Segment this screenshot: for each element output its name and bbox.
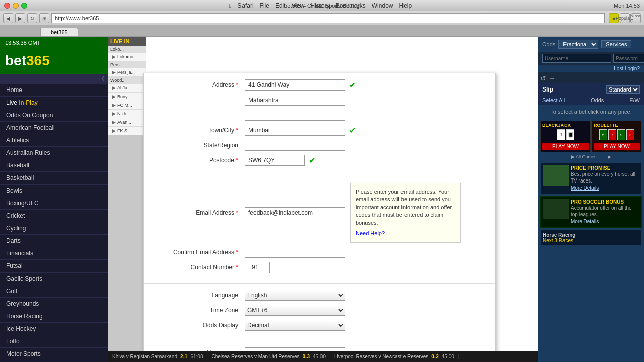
blackjack-play-button[interactable]: PLAY NOW bbox=[542, 143, 589, 150]
roulette-play-button[interactable]: PLAY NOW bbox=[594, 143, 640, 150]
menu-safari[interactable]: Safari bbox=[237, 2, 253, 9]
sidebar-item-home[interactable]: Home bbox=[0, 84, 108, 97]
state-label: State/Region bbox=[154, 142, 245, 149]
sidebar-item-motor-sports[interactable]: Motor Sports bbox=[0, 348, 108, 360]
menu-apple[interactable]:  bbox=[229, 2, 231, 9]
services-button[interactable]: Services bbox=[601, 40, 631, 48]
sidebar-item-boxing[interactable]: Boxing/UFC bbox=[0, 197, 108, 210]
window-title: bet365 – Online Sports Betting bbox=[284, 3, 360, 9]
live-match-1[interactable]: ▶ Lokomo... bbox=[108, 53, 146, 61]
minimize-btn[interactable] bbox=[13, 3, 19, 9]
bottom-match-1[interactable]: Khiva v Registan Samarkand 2-1 61:08 bbox=[108, 354, 207, 359]
url-bar[interactable] bbox=[51, 13, 605, 23]
match-name-6: Nizh... bbox=[117, 111, 130, 116]
menu-window[interactable]: Window bbox=[372, 2, 393, 9]
match-name-7: Avan... bbox=[117, 120, 131, 125]
odds-select[interactable]: Fractional Decimal bbox=[558, 40, 598, 49]
sidebar-item-cricket[interactable]: Cricket bbox=[0, 210, 108, 222]
sidebar-item-golf[interactable]: Golf bbox=[0, 285, 108, 298]
logo-365: 365 bbox=[26, 53, 50, 68]
all-games-link[interactable]: ▶ All Games ▶ bbox=[538, 154, 644, 159]
close-btn[interactable] bbox=[4, 3, 10, 9]
arrow-icon[interactable]: → bbox=[548, 74, 555, 82]
expand-icon-8: ▶ bbox=[112, 128, 116, 133]
sidebar-item-live-inplay[interactable]: Live In-Play bbox=[0, 97, 108, 109]
sidebar-item-basketball[interactable]: Basketball bbox=[0, 172, 108, 185]
state-input[interactable] bbox=[245, 140, 345, 151]
sidebar-item-australian-rules[interactable]: Australian Rules bbox=[0, 147, 108, 159]
email-input[interactable] bbox=[245, 207, 345, 218]
sidebar-item-odds-coupon[interactable]: Odds On Coupon bbox=[0, 109, 108, 122]
sidebar-item-american-football[interactable]: American Football bbox=[0, 122, 108, 134]
menu-help[interactable]: Help bbox=[399, 2, 412, 9]
sidebar-item-darts[interactable]: Darts bbox=[0, 235, 108, 247]
sidebar-item-ice-hockey[interactable]: Ice Hockey bbox=[0, 323, 108, 335]
sidebar-item-gaelic-sports[interactable]: Gaelic Sports bbox=[0, 273, 108, 285]
contact-number-input[interactable] bbox=[272, 262, 372, 273]
live-match-6[interactable]: ▶ Nizh... bbox=[108, 110, 146, 118]
expand-icon-7: ▶ bbox=[112, 120, 116, 125]
confirm-email-label-text: Confirm Email Address bbox=[173, 249, 234, 256]
language-select[interactable]: English bbox=[245, 290, 345, 301]
username-input[interactable] bbox=[542, 54, 611, 63]
horse-racing-label: Horse Racing bbox=[543, 232, 575, 238]
sidebar-item-greyhounds[interactable]: Greyhounds bbox=[0, 298, 108, 310]
sidebar-item-baseball[interactable]: Baseball bbox=[0, 159, 108, 172]
address2-input[interactable] bbox=[245, 95, 345, 106]
match-3-time: 45:00 bbox=[442, 354, 454, 359]
refresh-button[interactable]: ↻ bbox=[27, 13, 37, 23]
confirm-email-input[interactable] bbox=[245, 247, 345, 258]
contact-section: Email Address * Please enter your email … bbox=[144, 176, 495, 284]
live-match-5[interactable]: ▶ FC M... bbox=[108, 101, 146, 110]
home-button[interactable]: ⊞ bbox=[39, 13, 49, 23]
postcode-check-icon: ✔ bbox=[309, 156, 315, 165]
town-required: * bbox=[236, 127, 238, 134]
maximize-btn[interactable] bbox=[21, 3, 27, 9]
live-match-3[interactable]: ▶ Al Ja... bbox=[108, 84, 146, 93]
forward-button[interactable]: ▶ bbox=[15, 13, 25, 23]
price-promise-more-link[interactable]: More Details bbox=[571, 185, 599, 191]
bet-type-select[interactable]: Standard bbox=[606, 85, 640, 94]
postcode-input[interactable] bbox=[245, 155, 305, 166]
sidebar-item-lotto[interactable]: Lotto bbox=[0, 335, 108, 348]
town-label: Town/City * bbox=[154, 127, 245, 134]
live-match-2[interactable]: ▶ Persija... bbox=[108, 68, 146, 77]
browser-tab[interactable]: bet365 bbox=[40, 28, 78, 36]
popular-button[interactable]: Popular▾ bbox=[620, 13, 630, 23]
sidebar-item-bowls[interactable]: Bowls bbox=[0, 185, 108, 197]
bottom-match-2[interactable]: Chelsea Reserves v Man Utd Reserves 0-3 … bbox=[207, 354, 330, 359]
sidebar-item-athletics[interactable]: Athletics bbox=[0, 134, 108, 147]
back-button[interactable]: ◀ bbox=[3, 13, 13, 23]
select-all-link[interactable]: Select All bbox=[542, 97, 565, 103]
town-input[interactable] bbox=[245, 125, 345, 136]
email-label-text: Email Address bbox=[196, 209, 234, 216]
contact-country-code[interactable] bbox=[245, 262, 270, 273]
need-help-link[interactable]: Need Help? bbox=[356, 230, 455, 237]
password-input[interactable] bbox=[613, 54, 644, 63]
timezone-select[interactable]: GMT+6 bbox=[245, 305, 345, 316]
live-section-persi: Persi... bbox=[108, 61, 146, 68]
menu-file[interactable]: File bbox=[260, 2, 269, 9]
live-match-7[interactable]: ▶ Avan... bbox=[108, 118, 146, 127]
live-match-4[interactable]: ▶ Buny... bbox=[108, 93, 146, 101]
bottom-match-3[interactable]: Liverpool Reserves v Newcastle Reserves … bbox=[330, 354, 459, 359]
collapse-button[interactable]: 《 bbox=[0, 74, 108, 84]
expand-icon-1: ▶ bbox=[112, 54, 116, 59]
sidebar-item-horse-racing[interactable]: Horse Racing bbox=[0, 310, 108, 323]
sidebar-item-futsal[interactable]: Futsal bbox=[0, 260, 108, 273]
sidebar-item-financials[interactable]: Financials bbox=[0, 247, 108, 260]
lost-login-link[interactable]: Lost Login? bbox=[538, 65, 644, 72]
soccer-bonus-more-link[interactable]: More Details bbox=[571, 219, 599, 224]
confirm-email-row: Confirm Email Address * bbox=[154, 247, 485, 258]
expand-icon-5: ▶ bbox=[112, 103, 116, 108]
live-match-8[interactable]: ▶ FK S... bbox=[108, 127, 146, 135]
sidebar-item-cycling[interactable]: Cycling bbox=[0, 222, 108, 235]
address3-input[interactable] bbox=[245, 110, 345, 121]
odds-display-select[interactable]: Decimal Fractional bbox=[245, 320, 345, 331]
language-label: Language bbox=[154, 292, 245, 299]
state-row: State/Region bbox=[154, 140, 485, 151]
postcode-row: Postcode * ✔ bbox=[154, 155, 485, 166]
refresh-icon[interactable]: ↺ bbox=[540, 74, 546, 82]
address-input[interactable] bbox=[245, 79, 345, 90]
news-button[interactable]: News C bbox=[631, 13, 641, 23]
